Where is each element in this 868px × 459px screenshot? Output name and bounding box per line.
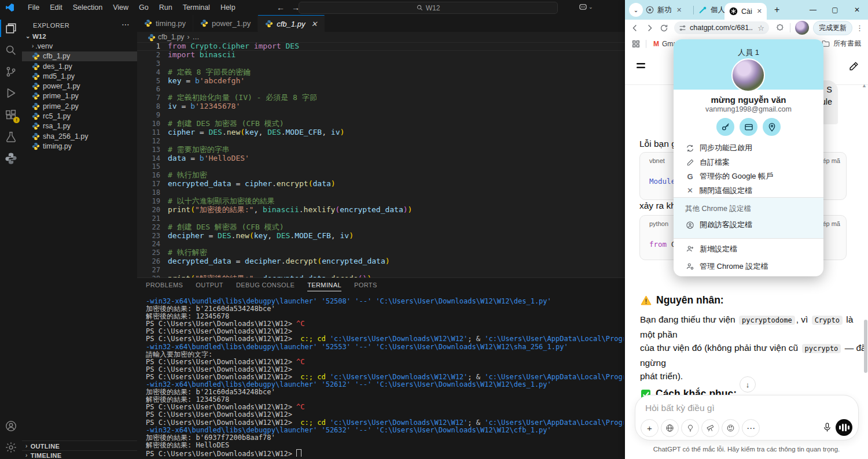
payments-button[interactable] bbox=[740, 118, 757, 136]
reload-icon[interactable] bbox=[660, 24, 668, 32]
minimize-button[interactable]: — bbox=[802, 0, 824, 20]
extensions-icon[interactable]: ! bbox=[5, 109, 17, 121]
editor-tab-power_1.py[interactable]: power_1.py bbox=[193, 15, 258, 31]
file-item-des_1.py[interactable]: des_1.py bbox=[22, 61, 137, 71]
menu-help[interactable]: Help bbox=[215, 0, 241, 15]
file-item-sha_256_1.py[interactable]: sha_256_1.py bbox=[22, 131, 137, 141]
editor-tab-timing.py[interactable]: timing.py bbox=[137, 15, 193, 31]
terminal-line: 加密後的結果: b'6937f7200b8aaf78' bbox=[146, 434, 624, 442]
nav-back-icon[interactable]: ← bbox=[277, 3, 285, 12]
panel-tab-debug-console[interactable]: DEBUG CONSOLE bbox=[236, 282, 295, 291]
addresses-button[interactable] bbox=[763, 118, 781, 136]
web-search-button[interactable] bbox=[661, 419, 679, 437]
file-item-prime_2.py[interactable]: prime_2.py bbox=[22, 101, 137, 111]
apps-grid-icon[interactable] bbox=[632, 40, 640, 48]
close-tab-icon[interactable]: ✕ bbox=[757, 8, 762, 15]
maximize-button[interactable]: ▢ bbox=[824, 0, 846, 20]
add-profile-item[interactable]: 新增設定檔 bbox=[674, 242, 823, 256]
attach-plus-button[interactable]: + bbox=[641, 419, 659, 437]
popup-menu-item-close[interactable]: ✕關閉這個設定檔 bbox=[674, 184, 823, 198]
file-item-timing.py[interactable]: timing.py bbox=[22, 141, 137, 151]
file-item-prime_1.py[interactable]: prime_1.py bbox=[22, 91, 137, 101]
panel-tab-output[interactable]: OUTPUT bbox=[196, 282, 223, 291]
testing-icon[interactable] bbox=[5, 131, 17, 143]
extensions-puzzle-icon[interactable] bbox=[776, 24, 785, 32]
forward-icon[interactable] bbox=[645, 24, 654, 32]
browser-tab-1[interactable]: 新功 ✕ bbox=[646, 0, 682, 20]
new-tab-button[interactable]: + bbox=[774, 5, 779, 15]
copilot-icon[interactable]: ⌄ bbox=[579, 3, 593, 10]
source-control-icon[interactable] bbox=[5, 65, 17, 78]
close-tab-icon[interactable]: ✕ bbox=[676, 6, 682, 14]
new-chat-compose-icon[interactable] bbox=[848, 61, 859, 72]
create-image-button[interactable] bbox=[722, 419, 740, 437]
back-icon[interactable] bbox=[631, 24, 639, 32]
tab-search-button[interactable]: ⌄ bbox=[629, 3, 643, 17]
file-item-md5_1.py[interactable]: md5_1.py bbox=[22, 71, 137, 81]
explorer-icon[interactable] bbox=[5, 22, 17, 35]
settings-gear-icon[interactable] bbox=[5, 441, 17, 454]
chrome-menu-icon[interactable]: ⋮ bbox=[856, 24, 864, 32]
menu-terminal[interactable]: Terminal bbox=[178, 0, 215, 15]
close-window-button[interactable]: ✕ bbox=[846, 0, 868, 20]
site-settings-icon[interactable] bbox=[679, 24, 686, 32]
code-line-23: 23decipher = DES.new(key, DES.MODE_CFB, … bbox=[137, 232, 625, 240]
address-bar[interactable]: chatgpt.com/c/681... ☆ bbox=[674, 21, 769, 34]
file-item-rc5_1.py[interactable]: rc5_1.py bbox=[22, 111, 137, 121]
browser-tab-active[interactable]: Cài ✕ bbox=[724, 3, 767, 20]
close-tab-icon[interactable]: ✕ bbox=[311, 20, 317, 28]
sidebar-toggle-icon[interactable] bbox=[636, 61, 648, 71]
popup-menu-item-pencil[interactable]: 自訂檔案 bbox=[674, 156, 823, 170]
terminal-output[interactable]: -win32-x64\bundled\libs\debugpy\launcher… bbox=[146, 298, 624, 457]
breadcrumb[interactable]: cfb_1.py › … bbox=[137, 32, 635, 42]
panel-tab-terminal[interactable]: TERMINAL bbox=[307, 282, 341, 291]
voice-mode-button[interactable] bbox=[836, 419, 852, 436]
editor-tab-cfb_1.py[interactable]: cfb_1.py✕ bbox=[258, 15, 325, 32]
menu-view[interactable]: View bbox=[108, 0, 134, 15]
python-file-icon bbox=[32, 62, 40, 71]
file-item-power_1.py[interactable]: power_1.py bbox=[22, 81, 137, 91]
panel-tab-problems[interactable]: PROBLEMS bbox=[146, 282, 183, 291]
terminal-line: PS C:\Users\User\Downloads\W12\W12> bbox=[146, 449, 624, 457]
more-tools-button[interactable]: ⋯ bbox=[742, 419, 760, 437]
chat-composer[interactable]: Hỏi bất kỳ điều gì + ⋯ bbox=[635, 395, 859, 441]
tree-root-folder[interactable]: ⌄ W12 bbox=[22, 31, 137, 41]
panel-tab-ports[interactable]: PORTS bbox=[354, 282, 377, 291]
python-extension-icon[interactable] bbox=[5, 152, 17, 165]
code-editor[interactable]: 1from Crypto.Cipher import DES2import bi… bbox=[137, 42, 625, 277]
menu-run[interactable]: Run bbox=[154, 0, 178, 15]
command-center-search[interactable]: W12 bbox=[299, 2, 558, 14]
passwords-button[interactable] bbox=[716, 118, 734, 136]
finish-update-button[interactable]: 完成更新 bbox=[813, 21, 852, 35]
profile-avatar[interactable] bbox=[795, 21, 809, 35]
microphone-icon[interactable] bbox=[823, 422, 832, 433]
timeline-section[interactable]: › TIMELINE bbox=[22, 450, 137, 459]
more-actions-icon[interactable]: ⋯ bbox=[122, 20, 130, 29]
popup-menu-item-sync[interactable]: 同步功能已啟用 bbox=[674, 141, 823, 156]
menu-file[interactable]: File bbox=[23, 0, 45, 15]
scroll-to-bottom-button[interactable]: ↓ bbox=[740, 376, 756, 393]
menu-selection[interactable]: Selection bbox=[68, 0, 108, 15]
file-item-rsa_1.py[interactable]: rsa_1.py bbox=[22, 121, 137, 131]
run-debug-icon[interactable] bbox=[5, 87, 17, 99]
file-item-cfb_1.py[interactable]: cfb_1.py bbox=[22, 51, 137, 61]
guest-profile-item[interactable]: 開啟訪客設定檔 bbox=[674, 220, 823, 230]
outline-section[interactable]: › OUTLINE bbox=[22, 441, 137, 451]
profile-management: 新增設定檔 管理 Chrome 設定檔 bbox=[674, 238, 823, 273]
search-view-icon[interactable] bbox=[5, 44, 17, 57]
bookmark-gmail[interactable]: Gma bbox=[662, 40, 675, 48]
popup-menu-item-google-g[interactable]: G管理你的 Google 帳戶 bbox=[674, 169, 823, 184]
menu-edit[interactable]: Edit bbox=[45, 0, 68, 15]
assistant-text-error-label: Lỗi bạn gặ bbox=[639, 139, 674, 151]
menu-go[interactable]: Go bbox=[134, 0, 154, 15]
think-button[interactable] bbox=[681, 419, 699, 437]
tree-folder-venv[interactable]: › .venv bbox=[22, 41, 137, 51]
deep-research-button[interactable] bbox=[701, 419, 719, 437]
all-bookmarks[interactable]: 所有書籤 bbox=[822, 39, 861, 49]
account-icon[interactable] bbox=[5, 420, 17, 432]
file-tree: ⌄ W12 › .venv cfb_1.pydes_1.pymd5_1.pypo… bbox=[22, 31, 137, 151]
scrollbar-thumb[interactable] bbox=[864, 320, 867, 373]
scrollbar-arrow-icon[interactable]: ▲ bbox=[862, 83, 867, 88]
manage-profiles-item[interactable]: 管理 Chrome 設定檔 bbox=[674, 259, 823, 273]
bookmark-star-icon[interactable]: ☆ bbox=[757, 24, 764, 32]
